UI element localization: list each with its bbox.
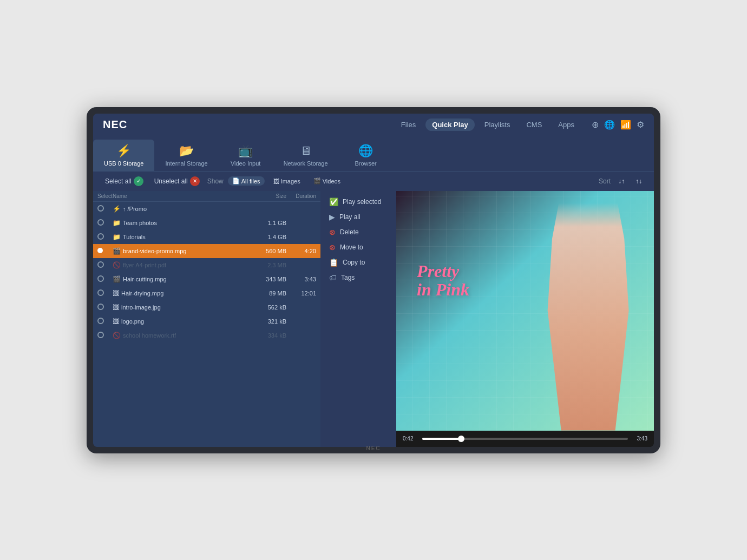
file-name: logo.png xyxy=(121,318,144,325)
blocked-icon: 🚫 xyxy=(113,261,121,269)
select-all-button[interactable]: Select all ✓ xyxy=(102,175,147,188)
table-row[interactable]: 📁 Tutorials 1.4 GB xyxy=(93,230,320,244)
table-row[interactable]: 🚫 school homework.rtf 334 kB xyxy=(93,328,320,342)
globe-icon[interactable]: 🌐 xyxy=(604,120,615,130)
nav-icons: ⊕ 🌐 📶 ⚙ xyxy=(592,120,644,130)
sort-desc-button[interactable]: ↑↓ xyxy=(632,176,645,187)
wifi-icon[interactable]: 📶 xyxy=(620,120,631,130)
select-all-check-icon: ✓ xyxy=(134,176,143,186)
radio-homework xyxy=(97,332,113,339)
delete-button[interactable]: ⊗ Delete xyxy=(329,228,388,236)
blocked-icon: 🚫 xyxy=(113,332,121,339)
file-icon: 📄 xyxy=(232,177,240,185)
tags-label: Tags xyxy=(341,274,355,281)
radio-hair-cutting xyxy=(97,275,113,283)
storage-network[interactable]: 🖥 Network Storage xyxy=(273,140,339,171)
file-name: Hair-cutting.mpg xyxy=(123,276,167,282)
video-file-icon: 🎬 xyxy=(113,247,121,255)
file-size: 321 kB xyxy=(248,318,286,325)
current-time: 0:42 xyxy=(403,436,418,442)
nav-cms[interactable]: CMS xyxy=(520,118,548,131)
file-size: 89 MB xyxy=(248,290,286,297)
table-row[interactable]: 🎬 Hair-cutting.mpg 343 MB 3:43 xyxy=(93,272,320,286)
toolbar-row: Select all ✓ Unselect all ✕ Show 📄 All f… xyxy=(93,171,654,191)
storage-internal-label: Internal Storage xyxy=(165,160,207,167)
video-file-icon: 🎬 xyxy=(113,275,121,283)
file-size: 2.3 MB xyxy=(248,262,286,268)
nav-items: Files Quick Play Playlists CMS Apps xyxy=(395,118,581,131)
show-label: Show xyxy=(207,177,224,185)
file-name: school homework.rtf xyxy=(123,332,176,339)
radio-team xyxy=(97,219,113,227)
usb-nav-icon: ⚡ xyxy=(113,205,121,213)
video-controls: 0:42 3:43 xyxy=(396,431,654,447)
storage-internal[interactable]: 📂 Internal Storage xyxy=(154,140,218,171)
play-selected-button[interactable]: ✅ Play selected xyxy=(329,197,388,206)
filter-all-files[interactable]: 📄 All files xyxy=(228,176,265,186)
add-icon[interactable]: ⊕ xyxy=(592,120,599,130)
storage-video-label: Video Input xyxy=(231,160,260,167)
filter-images-label: Images xyxy=(281,178,300,185)
table-row[interactable]: 📁 Team photos 1.1 GB xyxy=(93,216,320,230)
storage-bar: ⚡ USB 0 Storage 📂 Internal Storage 📺 Vid… xyxy=(93,136,654,171)
col-select: Select xyxy=(97,193,113,199)
col-duration: Duration xyxy=(286,193,316,199)
file-duration: 12:01 xyxy=(286,290,316,297)
move-to-label: Move to xyxy=(340,243,363,251)
file-size: 562 kB xyxy=(248,304,286,311)
table-row[interactable]: 🖼 Hair-drying.mpg 89 MB 12:01 xyxy=(93,286,320,300)
move-to-button[interactable]: ⊗ Move to xyxy=(329,243,388,252)
preview-panel: Prettyin Pink 0:42 3:43 xyxy=(396,191,654,447)
nav-files[interactable]: Files xyxy=(395,118,422,131)
nav-quick-play[interactable]: Quick Play xyxy=(425,118,474,131)
unselect-all-button[interactable]: Unselect all ✕ xyxy=(151,175,203,188)
file-name: Hair-drying.mpg xyxy=(121,290,163,297)
progress-fill xyxy=(422,438,461,440)
copy-to-button[interactable]: 📋 Copy to xyxy=(329,258,388,267)
unselect-all-x-icon: ✕ xyxy=(190,176,200,186)
tags-button[interactable]: 🏷 Tags xyxy=(329,273,388,282)
total-time: 3:43 xyxy=(632,436,647,442)
image-file-icon: 🖼 xyxy=(113,289,119,297)
play-all-button[interactable]: ▶ Play all xyxy=(329,213,388,221)
file-duration: 3:43 xyxy=(286,276,316,282)
file-size: 1.1 GB xyxy=(248,220,286,226)
sort-asc-button[interactable]: ↓↑ xyxy=(615,176,628,187)
move-to-icon: ⊗ xyxy=(329,243,336,252)
progress-thumb xyxy=(458,436,464,442)
video-preview: Prettyin Pink xyxy=(396,191,654,431)
tv-monitor: NEC Files Quick Play Playlists CMS Apps … xyxy=(87,107,660,453)
top-nav: NEC Files Quick Play Playlists CMS Apps … xyxy=(93,114,654,136)
file-duration: 4:20 xyxy=(286,248,316,254)
sort-asc-icon: ↓↑ xyxy=(618,177,625,185)
filter-all-label: All files xyxy=(241,178,260,185)
storage-network-label: Network Storage xyxy=(284,160,328,167)
settings-icon[interactable]: ⚙ xyxy=(637,120,644,130)
tags-icon: 🏷 xyxy=(329,273,337,282)
col-size: Size xyxy=(248,193,286,199)
filter-videos[interactable]: 🎬 Videos xyxy=(309,176,345,186)
nav-playlists[interactable]: Playlists xyxy=(478,118,517,131)
storage-usb[interactable]: ⚡ USB 0 Storage xyxy=(93,140,154,171)
table-row[interactable]: 🖼 logo.png 321 kB xyxy=(93,314,320,328)
col-name: Name xyxy=(113,193,248,199)
file-name: Team photos xyxy=(123,220,157,226)
progress-bar[interactable] xyxy=(422,438,628,440)
play-all-icon: ▶ xyxy=(329,213,335,221)
unselect-all-label: Unselect all xyxy=(154,177,188,185)
table-row[interactable]: 🎬 brand-video-promo.mpg 560 MB 4:20 xyxy=(93,244,320,258)
delete-label: Delete xyxy=(340,228,359,236)
radio-hair-drying xyxy=(97,289,113,297)
filter-images[interactable]: 🖼 Images xyxy=(269,177,305,186)
table-row[interactable]: ⚡ ↑ /Promo xyxy=(93,202,320,216)
table-row[interactable]: 🖼 intro-image.jpg 562 kB xyxy=(93,300,320,314)
table-row[interactable]: 🚫 flyer A4-print.pdf 2.3 MB xyxy=(93,258,320,272)
context-menu: ✅ Play selected ▶ Play all ⊗ Delete ⊗ Mo… xyxy=(320,191,396,447)
internal-icon: 📂 xyxy=(179,144,194,158)
file-size: 334 kB xyxy=(248,332,286,339)
nav-apps[interactable]: Apps xyxy=(552,118,581,131)
storage-video-input[interactable]: 📺 Video Input xyxy=(219,140,273,171)
video-input-icon: 📺 xyxy=(238,144,253,158)
browser-icon: 🌐 xyxy=(358,144,373,158)
storage-browser[interactable]: 🌐 Browser xyxy=(339,140,393,171)
